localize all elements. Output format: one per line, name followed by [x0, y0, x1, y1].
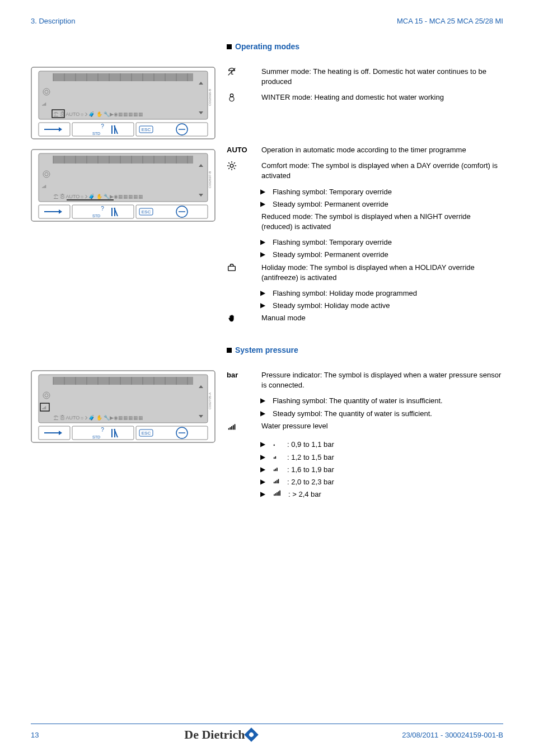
- page-header: 3. Description MCA 15 - MCA 25 MCA 25/28…: [31, 17, 503, 25]
- diamond-icon: [245, 727, 259, 741]
- auto-label: AUTO: [227, 145, 255, 155]
- bars-5-icon: [273, 489, 282, 499]
- pressure-bar: bar Pressure indicator: The symbol is di…: [227, 370, 503, 390]
- svg-text:C002705-A: C002705-A: [208, 393, 212, 409]
- mode-reduced: Reduced mode: The symbol is displayed wh…: [227, 212, 503, 232]
- mode-holiday: Holiday mode: The symbol is displayed wh…: [227, 263, 503, 283]
- suitcase-icon: [227, 263, 255, 283]
- moon-icon: [227, 212, 255, 232]
- bars-3-icon: [273, 465, 280, 474]
- chevron-right-icon: ▶: [260, 187, 266, 197]
- pressure-level-sublist: ▶: 0,9 to 1,1 bar ▶: 1,2 to 1,5 bar ▶: 1…: [260, 440, 503, 500]
- bullet-square-icon: [227, 348, 232, 353]
- chevron-right-icon: ▶: [260, 301, 266, 310]
- header-left: 3. Description: [31, 17, 75, 25]
- chevron-right-icon: ▶: [260, 440, 266, 449]
- reduced-sublist: ▶Flashing symbol: Temporary override ▶St…: [260, 237, 503, 260]
- bars-1-icon: [273, 440, 280, 449]
- page-number: 13: [31, 731, 39, 739]
- operating-modes-heading: Operating modes: [227, 42, 503, 51]
- chevron-right-icon: ▶: [260, 396, 266, 405]
- comfort-sublist: ▶Flashing symbol: Temporary override ▶St…: [260, 187, 503, 209]
- chevron-right-icon: ▶: [260, 237, 266, 247]
- hand-icon: [227, 313, 255, 326]
- mode-summer: Summer mode: The heating is off. Domesti…: [227, 67, 503, 87]
- signal-bars-icon: [227, 421, 255, 435]
- brand-logo: De Dietrich: [184, 727, 256, 742]
- pressure-level: Water pressure level: [227, 421, 503, 435]
- svg-text:C002697-B: C002697-B: [208, 171, 212, 188]
- chevron-right-icon: ▶: [260, 452, 266, 462]
- chevron-right-icon: ▶: [260, 465, 266, 474]
- chevron-right-icon: ▶: [260, 199, 266, 209]
- bars-4-icon: [273, 477, 280, 487]
- page-footer: 13 De Dietrich 23/08/2011 - 300024159-00…: [31, 724, 503, 742]
- bullet-square-icon: [227, 44, 232, 49]
- svg-text:C002696-B: C002696-B: [208, 89, 212, 106]
- winter-icon: [227, 92, 255, 106]
- pressure-sublist: ▶Flashing symbol: The quantity of water …: [260, 396, 503, 418]
- mode-winter: WINTER mode: Heating and domestic hot wa…: [227, 92, 503, 106]
- footer-date: 23/08/2011 - 300024159-001-B: [402, 731, 503, 739]
- mode-comfort: Comfort mode: The symbol is displayed wh…: [227, 161, 503, 181]
- bars-2-icon: [273, 452, 280, 462]
- chevron-right-icon: ▶: [260, 409, 266, 418]
- bar-label: bar: [227, 370, 255, 390]
- chevron-right-icon: ▶: [260, 250, 266, 259]
- sun-icon: [227, 161, 255, 181]
- chevron-right-icon: ▶: [260, 288, 266, 298]
- chevron-right-icon: ▶: [260, 489, 266, 499]
- summer-icon: [227, 67, 255, 87]
- holiday-sublist: ▶Flashing symbol: Holiday mode programme…: [260, 288, 503, 311]
- control-panel-illustration: C002705-A: [31, 370, 216, 502]
- header-right: MCA 15 - MCA 25 MCA 25/28 MI: [397, 17, 503, 25]
- chevron-right-icon: ▶: [260, 477, 266, 487]
- mode-manual: Manual mode: [227, 313, 503, 326]
- mode-auto: AUTO Operation in automatic mode accordi…: [227, 145, 503, 155]
- control-panel-illustration: C002696-B C002697-B: [31, 67, 216, 332]
- system-pressure-heading: System pressure: [227, 346, 503, 354]
